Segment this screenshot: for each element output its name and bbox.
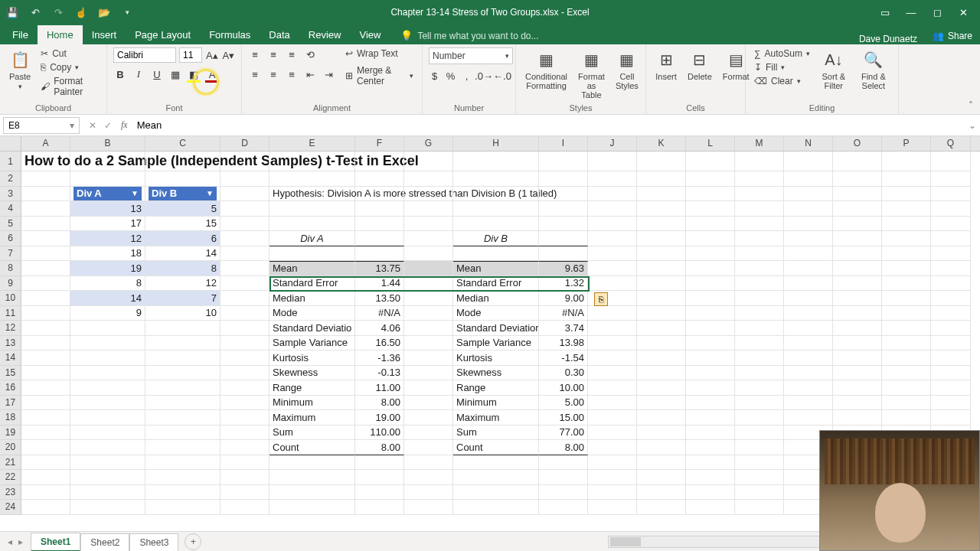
cell[interactable] <box>220 485 270 500</box>
paste-button[interactable]: 📋Paste▾ <box>6 47 34 92</box>
open-icon[interactable]: 📂 <box>98 6 110 18</box>
cell[interactable] <box>833 396 882 411</box>
cell[interactable] <box>453 201 539 217</box>
cell[interactable] <box>637 410 686 425</box>
row-header-9[interactable]: 9 <box>0 276 21 292</box>
cell[interactable] <box>882 396 931 411</box>
cell[interactable] <box>70 380 145 396</box>
enter-formula-icon[interactable]: ✓ <box>104 120 112 131</box>
cell[interactable] <box>220 336 270 351</box>
cell[interactable]: 7 <box>145 291 220 306</box>
tell-me[interactable]: 💡Tell me what you want to do... <box>394 27 544 44</box>
cell[interactable] <box>145 470 220 485</box>
cell[interactable] <box>637 152 686 171</box>
cell[interactable] <box>588 455 637 471</box>
cell[interactable] <box>70 455 145 471</box>
cell[interactable] <box>882 336 931 351</box>
cell[interactable] <box>355 217 404 232</box>
touch-mode-icon[interactable]: ☝ <box>75 6 87 18</box>
cell[interactable] <box>637 425 686 441</box>
cell[interactable]: Maximum <box>453 410 539 425</box>
cell[interactable] <box>735 500 784 515</box>
row-header-6[interactable]: 6 <box>0 231 21 246</box>
col-header-K[interactable]: K <box>637 136 686 151</box>
insert-cells-button[interactable]: ⊞Insert <box>652 47 680 83</box>
cell[interactable] <box>735 152 784 171</box>
cell[interactable] <box>355 500 404 515</box>
cell[interactable] <box>220 410 270 425</box>
cell[interactable]: 10.00 <box>539 380 588 396</box>
cell[interactable] <box>453 500 539 515</box>
cell[interactable]: Median <box>453 291 539 306</box>
sheet-next-icon[interactable]: ▸ <box>18 536 23 547</box>
cell[interactable] <box>784 152 833 171</box>
cell[interactable]: Minimum <box>270 396 355 411</box>
cell[interactable] <box>784 187 833 202</box>
row-header-2[interactable]: 2 <box>0 171 21 187</box>
cell[interactable] <box>882 261 931 276</box>
cell[interactable] <box>882 152 931 171</box>
cell[interactable] <box>735 261 784 276</box>
cell[interactable] <box>404 261 453 276</box>
cell[interactable] <box>784 217 833 232</box>
cell[interactable] <box>931 231 971 246</box>
cell[interactable] <box>453 152 539 171</box>
cell[interactable] <box>145 336 220 351</box>
cell[interactable] <box>931 246 971 262</box>
cell[interactable] <box>931 171 971 187</box>
cell[interactable] <box>588 410 637 425</box>
cell[interactable] <box>145 396 220 411</box>
cell[interactable] <box>539 171 588 187</box>
cell[interactable] <box>882 306 931 321</box>
cell[interactable] <box>833 380 882 396</box>
cell[interactable] <box>355 470 404 485</box>
cell[interactable] <box>931 306 971 321</box>
cell[interactable] <box>637 350 686 366</box>
bold-button[interactable]: B <box>113 67 127 81</box>
cell[interactable] <box>21 261 70 276</box>
cell[interactable]: 3.74 <box>539 321 588 336</box>
format-as-table-button[interactable]: ▦Format as Table <box>575 47 608 101</box>
cell[interactable] <box>21 470 70 485</box>
cell[interactable] <box>588 276 637 292</box>
cell[interactable] <box>21 380 70 396</box>
cell[interactable] <box>404 276 453 292</box>
cell[interactable] <box>686 231 735 246</box>
cell[interactable] <box>686 500 735 515</box>
cell[interactable] <box>355 231 404 246</box>
cell[interactable] <box>21 231 70 246</box>
fill-color-button[interactable]: ◧ <box>187 67 201 81</box>
cell[interactable] <box>145 410 220 425</box>
tab-review[interactable]: Review <box>299 25 351 44</box>
cell[interactable] <box>882 217 931 232</box>
cell[interactable]: 19 <box>70 261 145 276</box>
cell[interactable] <box>686 440 735 455</box>
wrap-text-button[interactable]: ↩Wrap Text <box>343 47 416 60</box>
cell[interactable] <box>882 201 931 217</box>
cell[interactable]: -1.54 <box>539 350 588 366</box>
cell[interactable] <box>784 380 833 396</box>
cell[interactable] <box>637 217 686 232</box>
cell[interactable] <box>931 396 971 411</box>
cell[interactable] <box>735 276 784 292</box>
row-header-3[interactable]: 3 <box>0 187 21 202</box>
cell[interactable] <box>270 152 355 171</box>
cell[interactable] <box>588 380 637 396</box>
cell[interactable] <box>735 440 784 455</box>
cell[interactable] <box>882 321 931 336</box>
cell[interactable] <box>453 455 539 471</box>
cell[interactable] <box>355 246 404 262</box>
cell[interactable] <box>588 321 637 336</box>
cell[interactable] <box>220 306 270 321</box>
cell[interactable] <box>686 425 735 441</box>
cell[interactable] <box>355 171 404 187</box>
collapse-ribbon-icon[interactable]: ˄ <box>962 44 980 114</box>
sheet-nav[interactable]: ◂▸ <box>0 536 31 547</box>
cell[interactable] <box>21 217 70 232</box>
col-header-O[interactable]: O <box>833 136 882 151</box>
cell[interactable]: Minimum <box>453 396 539 411</box>
cell[interactable] <box>145 440 220 455</box>
table-header-div-a[interactable]: Div A▼ <box>70 187 145 202</box>
cell[interactable] <box>145 350 220 366</box>
cell[interactable]: 8.00 <box>355 440 404 455</box>
